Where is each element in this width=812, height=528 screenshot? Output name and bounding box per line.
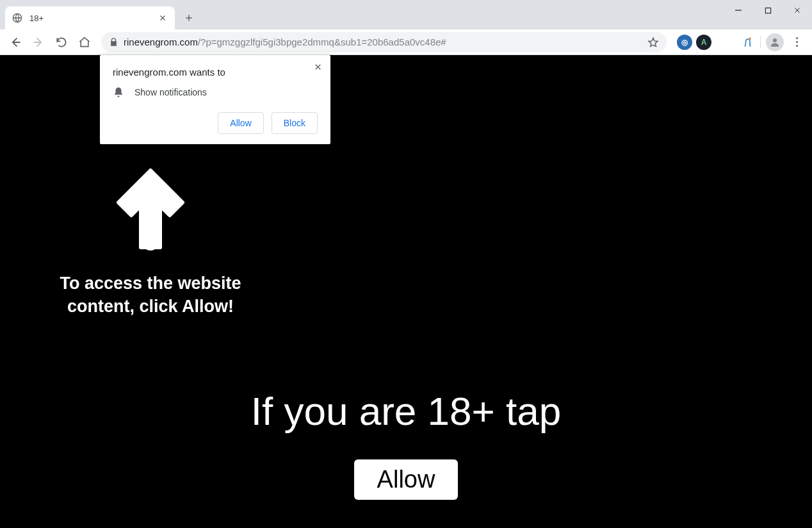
- arrow-prompt-block: To access the website content, click All…: [38, 164, 263, 318]
- window-maximize-button[interactable]: [753, 0, 783, 21]
- bell-icon: [113, 87, 124, 98]
- titlebar: 18+: [0, 0, 812, 29]
- window-minimize-button[interactable]: [724, 0, 753, 21]
- svg-point-3: [773, 38, 777, 42]
- popup-close-icon[interactable]: [310, 59, 325, 74]
- browser-toolbar: rinevengrom.com/?p=gmzggzlfgi5gi3bpge2dm…: [0, 29, 812, 55]
- age-prompt-headline: If you are 18+ tap: [0, 388, 812, 434]
- toolbar-separator: [760, 36, 761, 49]
- extension-icon-3[interactable]: [740, 35, 755, 50]
- extension-icon-2[interactable]: A: [696, 35, 711, 50]
- address-bar[interactable]: rinevengrom.com/?p=gmzggzlfgi5gi3bpge2dm…: [101, 32, 667, 53]
- window-controls: [724, 0, 812, 23]
- arrow-prompt-text: To access the website content, click All…: [38, 272, 263, 318]
- popup-permission-label: Show notifications: [134, 87, 207, 97]
- notification-permission-popup: rinevengrom.com wants to Show notificati…: [100, 55, 330, 144]
- lock-icon: [109, 37, 118, 47]
- popup-block-button[interactable]: Block: [272, 112, 318, 134]
- popup-actions: Allow Block: [113, 112, 318, 134]
- url-path: /?p=gmzggzlfgi5gi3bpge2dmmq&sub1=20b6ad5…: [198, 37, 446, 47]
- tab-close-icon[interactable]: [157, 12, 168, 24]
- age-prompt-block: If you are 18+ tap Allow: [0, 388, 812, 500]
- svg-rect-1: [765, 8, 770, 13]
- forward-button[interactable]: [28, 32, 49, 53]
- page-allow-button[interactable]: Allow: [354, 459, 459, 500]
- kebab-menu-icon[interactable]: [786, 32, 807, 53]
- profile-avatar[interactable]: [766, 33, 784, 51]
- svg-rect-4: [142, 199, 159, 251]
- globe-icon: [12, 12, 23, 24]
- browser-tab[interactable]: 18+: [5, 6, 175, 29]
- url-domain: rinevengrom.com: [124, 37, 198, 47]
- svg-point-2: [749, 37, 751, 39]
- new-tab-button[interactable]: [180, 9, 198, 27]
- popup-permission-row: Show notifications: [113, 87, 318, 98]
- arrow-up-icon: [112, 164, 189, 254]
- home-button[interactable]: [74, 32, 95, 53]
- back-button[interactable]: [5, 32, 26, 53]
- popup-allow-button[interactable]: Allow: [218, 112, 263, 134]
- reload-button[interactable]: [51, 32, 72, 53]
- tab-title: 18+: [29, 13, 150, 23]
- popup-title: rinevengrom.com wants to: [113, 67, 318, 78]
- url-text: rinevengrom.com/?p=gmzggzlfgi5gi3bpge2dm…: [124, 37, 642, 47]
- bookmark-star-icon[interactable]: [647, 37, 659, 48]
- window-close-button[interactable]: [783, 0, 812, 21]
- extension-icon-1[interactable]: ◎: [677, 35, 692, 50]
- extension-icons: ◎ A: [673, 35, 715, 50]
